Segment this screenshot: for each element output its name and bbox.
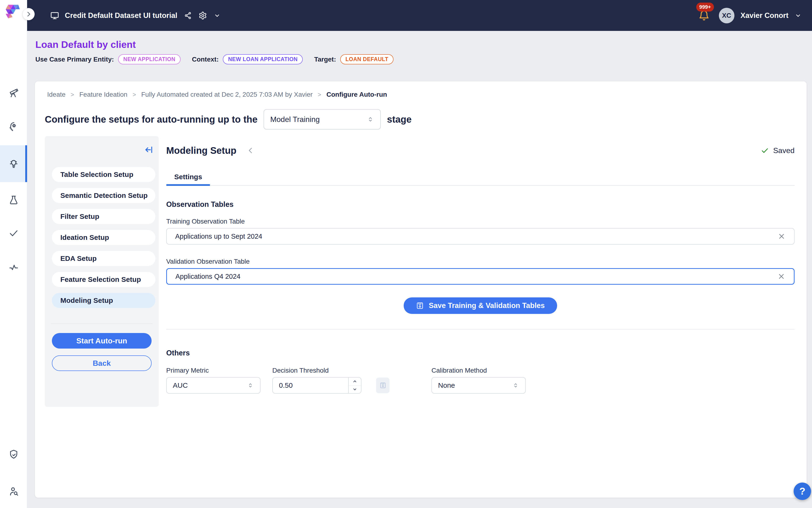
primary-metric-select[interactable]: AUC	[166, 377, 261, 394]
close-icon	[777, 232, 785, 240]
user-name: Xavier Conort	[740, 11, 788, 20]
save-tables-button[interactable]: Save Training & Validation Tables	[404, 297, 557, 314]
clear-validation-table-button[interactable]	[777, 272, 785, 281]
stage-select-value: Model Training	[270, 115, 320, 124]
setup-step-nav: Table Selection Setup Semantic Detection…	[45, 136, 159, 407]
configure-heading-suffix: stage	[387, 114, 412, 125]
chevron-right-icon	[25, 11, 32, 18]
bell-icon	[698, 10, 710, 21]
setup-step-eda[interactable]: EDA Setup	[52, 251, 155, 266]
sidebar-expand-button[interactable]	[22, 8, 35, 20]
monitor-icon	[50, 11, 59, 20]
stage-select[interactable]: Model Training	[264, 109, 381, 129]
training-table-label: Training Observation Table	[166, 218, 795, 225]
decision-threshold-input[interactable]: 0.50	[272, 377, 361, 394]
left-sidebar	[0, 0, 27, 508]
others-fields: Primary Metric AUC Decision Threshold 0.…	[166, 367, 795, 394]
sidebar-item-ideate[interactable]	[0, 145, 27, 182]
calibration-method-select[interactable]: None	[432, 377, 526, 394]
start-autorun-button[interactable]: Start Auto-run	[52, 333, 151, 348]
breadcrumb: Ideate > Feature Ideation > Fully Automa…	[47, 91, 387, 98]
chevron-up-icon	[352, 378, 358, 384]
sidebar-item-user-search[interactable]	[0, 473, 27, 508]
validation-table-input[interactable]: Applications Q4 2024	[166, 268, 795, 285]
configure-heading: Configure the setups for auto-running up…	[45, 109, 412, 129]
user-menu-button[interactable]	[795, 12, 802, 19]
notifications-button[interactable]: 999+	[698, 10, 710, 21]
setup-step-semantic-detection[interactable]: Semantic Detection Setup	[52, 188, 155, 203]
clear-training-table-button[interactable]	[777, 232, 785, 240]
save-threshold-button[interactable]	[376, 378, 390, 393]
chevron-down-icon	[214, 12, 221, 19]
calibration-method-label: Calibration Method	[432, 367, 526, 374]
observation-tables-heading: Observation Tables	[166, 200, 795, 209]
save-tables-label: Save Training & Validation Tables	[428, 301, 545, 310]
flask-icon	[8, 195, 19, 206]
usecase-title: Loan Default by client	[35, 39, 136, 50]
save-icon	[379, 382, 387, 389]
breadcrumb-item-run[interactable]: Fully Automated created at Dec 2, 2025 7…	[141, 91, 313, 98]
avatar[interactable]: XC	[719, 8, 734, 23]
others-heading: Others	[166, 349, 795, 357]
target-badge: LOAN DEFAULT	[340, 54, 394, 65]
decision-threshold-field: Decision Threshold 0.50	[272, 367, 390, 394]
validation-table-value: Applications Q4 2024	[175, 272, 240, 281]
panel-title: Modeling Setup	[166, 145, 236, 156]
primary-entity-label: Use Case Primary Entity:	[35, 56, 114, 63]
breadcrumb-item-feature-ideation[interactable]: Feature Ideation	[79, 91, 127, 98]
setup-step-filter[interactable]: Filter Setup	[52, 209, 155, 224]
primary-metric-label: Primary Metric	[166, 367, 261, 374]
breadcrumb-separator: >	[318, 91, 321, 98]
setup-step-table-selection[interactable]: Table Selection Setup	[52, 167, 155, 182]
notification-count-badge: 999+	[696, 3, 714, 11]
back-button[interactable]: Back	[52, 355, 151, 371]
primary-entity-badge: NEW APPLICATION	[118, 54, 181, 65]
lightbulb-icon	[8, 158, 19, 169]
project-settings-button[interactable]	[198, 11, 207, 20]
featurebyte-logo-icon[interactable]	[5, 5, 20, 19]
section-divider	[166, 329, 795, 330]
sidebar-item-semantics[interactable]	[0, 108, 27, 145]
modeling-setup-panel: Modeling Setup Saved Settings O	[166, 144, 795, 394]
share-icon	[184, 11, 192, 19]
project-menu-button[interactable]	[214, 12, 221, 19]
training-table-input[interactable]: Applications up to Sept 2024	[166, 228, 795, 245]
unfold-chevrons-icon	[512, 382, 519, 389]
decision-threshold-stepper	[348, 378, 361, 393]
sidebar-item-experiments[interactable]	[0, 182, 27, 219]
save-icon	[416, 302, 424, 310]
chevron-down-icon	[352, 386, 358, 392]
tab-bar: Settings	[166, 173, 795, 185]
help-button[interactable]: ?	[794, 482, 811, 500]
unfold-chevrons-icon	[367, 116, 374, 123]
topbar: Credit Default Dataset UI tutorial	[27, 0, 812, 31]
head-gear-icon	[8, 121, 19, 132]
context-label: Context:	[192, 56, 219, 63]
breadcrumb-item-current: Configure Auto-run	[326, 91, 387, 98]
check-icon	[8, 228, 19, 239]
breadcrumb-separator: >	[133, 91, 136, 98]
collapse-panel-button[interactable]	[144, 145, 153, 155]
setup-step-modeling[interactable]: Modeling Setup	[52, 293, 155, 308]
primary-metric-field: Primary Metric AUC	[166, 367, 261, 394]
stepper-down-button[interactable]	[349, 386, 361, 393]
setup-step-feature-selection[interactable]: Feature Selection Setup	[52, 272, 155, 287]
configure-heading-prefix: Configure the setups for auto-running up…	[45, 114, 258, 125]
decision-threshold-label: Decision Threshold	[272, 367, 390, 374]
training-table-value: Applications up to Sept 2024	[175, 232, 262, 240]
shield-check-icon	[8, 449, 19, 460]
sidebar-item-governance[interactable]	[0, 436, 27, 473]
chevron-down-icon	[795, 12, 802, 19]
sidebar-item-monitoring[interactable]	[0, 249, 27, 286]
stepper-up-button[interactable]	[349, 378, 361, 386]
breadcrumb-item-ideate[interactable]: Ideate	[47, 91, 65, 98]
share-button[interactable]	[184, 11, 192, 19]
usecase-meta: Use Case Primary Entity: NEW APPLICATION…	[35, 54, 394, 65]
saved-status: Saved	[761, 146, 795, 155]
sidebar-item-approvals[interactable]	[0, 215, 27, 252]
sidebar-item-explore[interactable]	[0, 75, 27, 111]
setup-step-ideation[interactable]: Ideation Setup	[52, 230, 155, 245]
panel-back-button[interactable]	[246, 146, 255, 155]
collapse-left-icon	[144, 145, 153, 155]
tab-settings[interactable]: Settings	[166, 173, 210, 185]
